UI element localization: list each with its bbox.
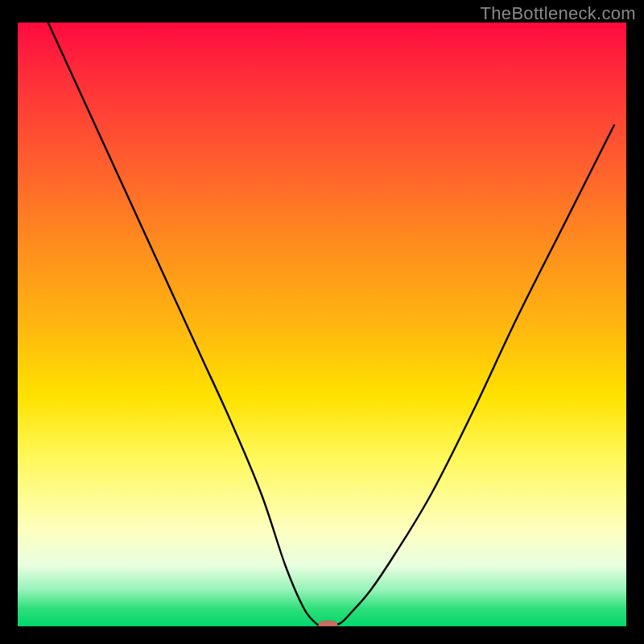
bottleneck-curve bbox=[48, 23, 614, 626]
watermark-text: TheBottleneck.com bbox=[481, 3, 636, 24]
plot-area bbox=[18, 23, 626, 626]
chart-frame: TheBottleneck.com bbox=[0, 0, 644, 644]
optimal-marker bbox=[318, 621, 337, 626]
curve-svg bbox=[18, 23, 626, 626]
